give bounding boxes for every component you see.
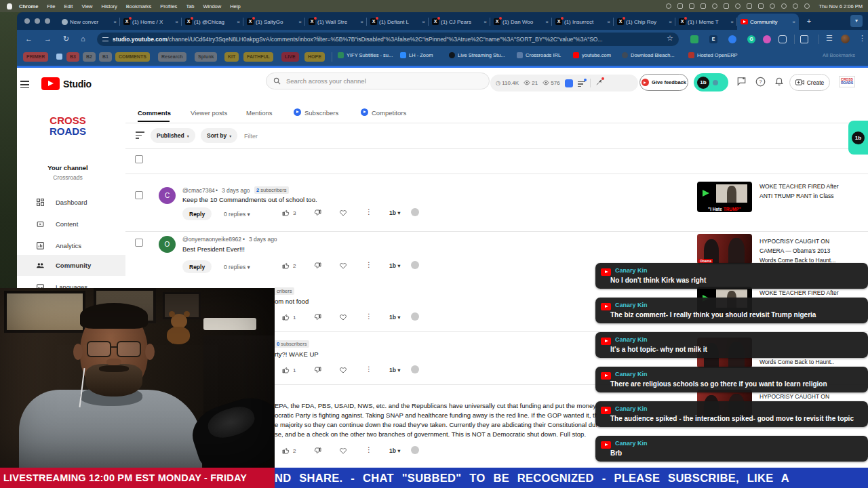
bookmark-yify[interactable]: YIFY Subtitles - su...	[338, 52, 393, 58]
comment-time[interactable]: 3 days ago	[249, 236, 277, 243]
select-all-checkbox[interactable]	[135, 155, 143, 163]
grammarly-icon[interactable]: G	[747, 35, 755, 43]
url-bar[interactable]: studio.youtube.com/channel/UCd64try3SqeN…	[97, 33, 679, 46]
sidebar-item-community[interactable]: Community	[17, 255, 125, 276]
tab-community-active[interactable]: Community×	[737, 14, 799, 30]
menu-profiles[interactable]: Profiles	[160, 3, 177, 9]
dislike-icon[interactable]	[313, 366, 321, 374]
tab-chip-roy[interactable]: X(1) Chip Roy×	[614, 14, 675, 30]
menu-bookmarks[interactable]: Bookmarks	[126, 3, 152, 9]
menu-chrome[interactable]: Chrome	[19, 3, 38, 9]
kebab-menu-icon[interactable]: ⋮	[859, 34, 866, 43]
close-tab-icon[interactable]: ×	[792, 19, 795, 25]
extension-icon[interactable]	[728, 35, 736, 43]
bookmark-youtube[interactable]: youtube.com	[573, 52, 611, 58]
sidebar-item-dashboard[interactable]: Dashboard	[17, 192, 125, 213]
zoom-window-icon[interactable]	[45, 18, 50, 24]
tubebuddy-comment-tool[interactable]: 1b ▾	[389, 447, 401, 454]
close-tab-icon[interactable]: ×	[175, 19, 178, 25]
reading-list-book-icon[interactable]	[800, 35, 808, 43]
comment-checkbox[interactable]	[135, 191, 143, 199]
menu-history[interactable]: History	[102, 3, 117, 9]
new-tab-button[interactable]: +	[803, 16, 815, 28]
bookmark-group-primer[interactable]: PRIMER	[23, 52, 48, 62]
reload-icon[interactable]: ↻	[63, 35, 69, 43]
bookmark-group-research[interactable]: Research	[158, 52, 186, 62]
tab-viewer-posts[interactable]: Viewer posts	[191, 109, 227, 117]
help-icon[interactable]: ?	[755, 77, 766, 89]
hamburger-menu-icon[interactable]	[20, 81, 29, 90]
comment-author[interactable]: @cmac7384	[182, 187, 215, 194]
close-tab-icon[interactable]: ×	[545, 19, 549, 25]
heart-icon[interactable]	[339, 447, 347, 455]
dislike-icon[interactable]	[313, 209, 321, 217]
site-settings-icon[interactable]	[102, 37, 108, 43]
bookmark-group-faithful[interactable]: FAITHFUL	[243, 52, 273, 62]
extension-icon[interactable]	[690, 35, 698, 43]
bookmark-obs[interactable]: Live Streaming Stu...	[449, 52, 505, 58]
kebab-menu-icon[interactable]: ⋮	[366, 365, 372, 373]
minimize-window-icon[interactable]	[35, 18, 40, 24]
like-icon[interactable]	[282, 209, 290, 217]
heart-icon[interactable]	[339, 313, 347, 321]
close-tab-icon[interactable]: ×	[298, 19, 302, 25]
sort-by-dropdown[interactable]: Sort by▾	[201, 128, 237, 143]
kebab-menu-icon[interactable]: ⋮	[366, 208, 372, 216]
video-title[interactable]: Words Come Back to Haunt..	[760, 357, 861, 367]
heart-icon[interactable]	[339, 366, 347, 374]
bookmark-group-live[interactable]: LIVE	[281, 52, 299, 62]
filter-icon[interactable]	[136, 131, 144, 141]
menu-edit[interactable]: Edit	[64, 3, 73, 9]
bookmark-group-splunk[interactable]: Splunk	[195, 52, 217, 62]
tab-saltygo[interactable]: X(1) SaltyGo×	[243, 14, 305, 30]
tab-home-x[interactable]: X(1) Home / X×	[120, 14, 182, 30]
search-icon[interactable]	[793, 3, 798, 9]
tubebuddy-comment-tool[interactable]: 1b ▾	[389, 262, 401, 269]
comment-checkbox[interactable]	[135, 239, 143, 247]
home-icon[interactable]: ⌂	[81, 35, 85, 43]
close-tab-icon[interactable]: ×	[607, 19, 610, 25]
back-icon[interactable]: ←	[25, 35, 33, 43]
moon-icon[interactable]	[781, 3, 787, 9]
dislike-icon[interactable]	[313, 447, 321, 455]
tab-defiant[interactable]: X(1) Defiant L×	[367, 14, 429, 30]
kebab-menu-icon[interactable]: ⋮	[366, 312, 372, 320]
channel-avatar[interactable]: CROSS ROADS	[839, 76, 855, 87]
bookmark-zoom[interactable]: LH - Zoom	[400, 52, 433, 58]
tab-competitors[interactable]: Competitors	[372, 109, 406, 117]
bookmark-group-b1[interactable]: B1	[99, 52, 112, 62]
tubebuddy-comment-tool[interactable]: 1b ▾	[389, 314, 401, 321]
video-title[interactable]: WOKE TEACHER FIRED After	[760, 288, 861, 298]
menu-help[interactable]: Help	[230, 3, 240, 9]
extensions-puzzle-icon[interactable]	[778, 35, 787, 43]
bookmark-download-bleach[interactable]: Download Bleach...	[622, 52, 675, 58]
kebab-menu-icon[interactable]: ⋮	[366, 446, 372, 453]
bookmark-group-comments[interactable]: COMMENTS	[115, 52, 150, 62]
forward-icon[interactable]: →	[44, 35, 52, 43]
like-icon[interactable]	[282, 366, 290, 374]
profile-avatar[interactable]	[841, 35, 850, 43]
give-feedback-button[interactable]: Give feedback	[639, 74, 688, 91]
close-tab-icon[interactable]: ×	[669, 19, 672, 25]
notifications-bell-icon[interactable]	[774, 77, 784, 89]
tab-dan-wootton[interactable]: X(1) Dan Woo×	[490, 14, 552, 30]
close-tab-icon[interactable]: ×	[484, 19, 487, 25]
sidebar-item-content[interactable]: Content	[17, 214, 125, 235]
video-title[interactable]: HYPOCRISY CAUGHT ONCAMERA — Obama's 2013…	[760, 237, 861, 265]
reply-button[interactable]: Reply	[182, 207, 212, 220]
kebab-menu-icon[interactable]: ⋮	[366, 261, 372, 268]
tubebuddy-pill[interactable]: 1b	[694, 73, 728, 92]
replies-toggle[interactable]: 0 replies ▾	[224, 211, 250, 218]
youtube-studio-logo[interactable]	[41, 77, 60, 90]
bookmark-group-b2[interactable]: B2	[83, 52, 96, 62]
tubebuddy-comment-tool[interactable]: 1b ▾	[389, 367, 401, 373]
published-dropdown[interactable]: Published▾	[151, 128, 195, 143]
like-icon[interactable]	[282, 262, 290, 270]
url-text[interactable]: studio.youtube.com/channel/UCd64try3SqeN…	[113, 36, 603, 43]
tab-chicago[interactable]: X(1) @Chicag×	[182, 14, 243, 30]
menu-file[interactable]: File	[47, 3, 55, 9]
replies-toggle[interactable]: 0 replies ▾	[224, 264, 250, 270]
filter-input[interactable]: Filter	[244, 133, 258, 140]
video-thumbnail[interactable]: Obama	[697, 234, 752, 264]
tab-cj-pearson[interactable]: X(1) CJ Pears×	[429, 14, 490, 30]
